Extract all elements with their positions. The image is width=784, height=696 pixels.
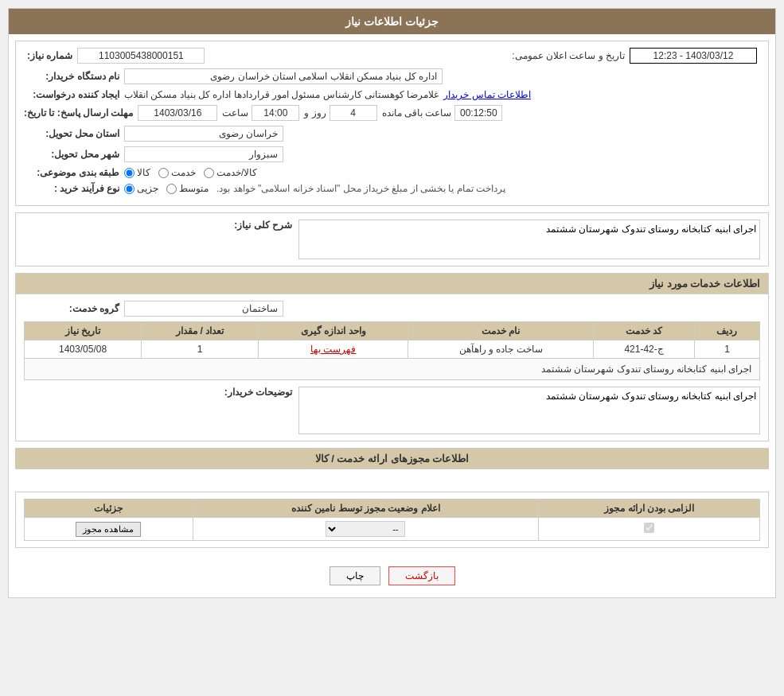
permits-col-required: الزامی بودن ارائه مجوز	[539, 500, 760, 518]
radio-both: کالا/خدمت	[204, 167, 257, 178]
services-body: ساختمان گروه خدمت: ردیف کد خدمت نام خدمت…	[16, 294, 768, 441]
permits-body: الزامی بودن ارائه مجوز اعلام وضعیت مجوز …	[16, 492, 768, 547]
permit-required-checkbox[interactable]	[644, 523, 654, 533]
service-group-value: ساختمان	[124, 301, 283, 317]
radio-service-input[interactable]	[158, 168, 169, 178]
need-number-label: شماره نیاز:	[27, 50, 72, 61]
requester-link[interactable]: اطلاعات تماس خریدار	[443, 89, 531, 100]
services-table-header: ردیف کد خدمت نام خدمت واحد اندازه گیری ت…	[25, 322, 760, 340]
main-container: جزئیات اطلاعات نیاز 1403/03/12 - 12:23 ت…	[8, 8, 776, 598]
purchase-type-row: پرداخت تمام یا بخشی از مبلغ خریداز محل "…	[24, 183, 760, 194]
radio-medium-label: متوسط	[179, 183, 209, 194]
general-info-body: 1403/03/12 - 12:23 تاریخ و ساعت اعلان عم…	[16, 41, 768, 205]
cell-need-date: 1403/05/08	[25, 340, 142, 359]
radio-medium: متوسط	[166, 183, 209, 194]
services-table: ردیف کد خدمت نام خدمت واحد اندازه گیری ت…	[24, 321, 760, 380]
buyer-desc-textarea[interactable]	[298, 387, 760, 434]
radio-both-input[interactable]	[204, 168, 214, 178]
permit-status-select[interactable]: --	[326, 521, 405, 537]
remaining-group: 00:12:50 ساعت باقی مانده	[382, 105, 503, 121]
classification-label: طبقه بندی موضوعی:	[24, 167, 119, 178]
permits-col-details: جزئیات	[25, 500, 193, 518]
radio-medium-input[interactable]	[166, 184, 177, 194]
cell-service-name: ساخت جاده و راهآهن	[408, 340, 594, 359]
deadline-label: مهلت ارسال پاسخ: تا تاریخ:	[24, 107, 133, 119]
bottom-buttons: بازگشت چاپ	[9, 554, 775, 597]
cell-quantity: 1	[142, 340, 259, 359]
table-desc-row: اجرای ابنیه کتابخانه روستای تندوک شهرستا…	[25, 359, 760, 380]
permits-section: الزامی بودن ارائه مجوز اعلام وضعیت مجوز …	[15, 492, 769, 548]
need-number-row: 1403/03/12 - 12:23 تاریخ و ساعت اعلان عم…	[24, 48, 760, 64]
time-group: 14:00 ساعت	[222, 105, 299, 121]
radio-kala-input[interactable]	[124, 168, 135, 178]
purchase-desc: پرداخت تمام یا بخشی از مبلغ خریداز محل "…	[216, 183, 505, 194]
purchase-type-label: نوع فرآیند خرید :	[24, 183, 119, 194]
requester-row: اطلاعات تماس خریدار غلامرضا کوهستانی کار…	[24, 89, 760, 100]
need-desc-label: شرح کلی نیاز:	[234, 220, 292, 231]
deadline-days-value: 4	[330, 105, 377, 121]
province-row: خراسان رضوی استان محل تحویل:	[24, 126, 760, 142]
radio-kala: کالا	[124, 167, 150, 178]
services-table-header-row: ردیف کد خدمت نام خدمت واحد اندازه گیری ت…	[25, 322, 760, 340]
radio-service-label: خدمت	[171, 167, 196, 178]
classification-radios: کالا/خدمت خدمت کالا	[124, 167, 257, 178]
days-group: 4 روز و	[304, 105, 376, 121]
announcement-datetime-label: تاریخ و ساعت اعلان عمومی:	[512, 50, 625, 61]
services-header: اطلاعات خدمات مورد نیاز	[16, 274, 768, 294]
permit-status-cell: --	[193, 518, 539, 541]
view-permit-button[interactable]: مشاهده مجوز	[76, 522, 141, 537]
service-group-row: ساختمان گروه خدمت:	[24, 301, 760, 317]
radio-partial-input[interactable]	[124, 184, 135, 194]
buyer-org-value: اداره کل بنیاد مسکن انقلاب اسلامی استان …	[124, 68, 443, 84]
announcement-datetime-value: 1403/03/12 - 12:23	[630, 48, 757, 64]
buyer-desc-label: توضیحات خریدار:	[224, 387, 292, 398]
delivery-province-value: خراسان رضوی	[124, 126, 283, 142]
deadline-remaining-label: ساعت باقی مانده	[382, 107, 452, 119]
purchase-type-radios: پرداخت تمام یا بخشی از مبلغ خریداز محل "…	[124, 183, 505, 194]
need-desc-section: شرح کلی نیاز: document.querySelector('[d…	[15, 212, 769, 266]
table-row: 1 ج-42-421 ساخت جاده و راهآهن فهرست بها …	[25, 340, 760, 359]
radio-partial-label: جزیی	[137, 183, 158, 194]
need-number-value: 1103005438000151	[77, 48, 205, 64]
service-group-label: گروه خدمت:	[24, 303, 119, 314]
radio-both-label: کالا/خدمت	[216, 167, 257, 178]
delivery-province-label: استان محل تحویل:	[24, 128, 119, 139]
need-desc-textarea[interactable]	[298, 220, 760, 259]
services-section: اطلاعات خدمات مورد نیاز ساختمان گروه خدم…	[15, 273, 769, 441]
permits-table-header: الزامی بودن ارائه مجوز اعلام وضعیت مجوز …	[25, 500, 760, 518]
requester-name: غلامرضا کوهستانی کارشناس مسئول امور قرار…	[124, 89, 439, 100]
permit-details-cell: مشاهده مجوز	[25, 518, 193, 541]
buyer-org-row: اداره کل بنیاد مسکن انقلاب اسلامی استان …	[24, 68, 760, 84]
permit-required-cell	[539, 518, 760, 541]
radio-partial: جزیی	[124, 183, 158, 194]
col-row-num: ردیف	[694, 322, 759, 340]
general-info-section: 1403/03/12 - 12:23 تاریخ و ساعت اعلان عم…	[15, 41, 769, 206]
classification-row: کالا/خدمت خدمت کالا طبقه بندی موضوعی:	[24, 167, 760, 178]
spacer	[9, 469, 775, 485]
permits-col-status: اعلام وضعیت مجوز توسط نامین کننده	[193, 500, 539, 518]
deadline-row: 00:12:50 ساعت باقی مانده 4 روز و 14:00 س…	[24, 105, 760, 121]
delivery-city-label: شهر محل تحویل:	[24, 149, 119, 160]
page-title: جزئیات اطلاعات نیاز	[9, 9, 775, 34]
unit-link[interactable]: فهرست بها	[310, 344, 356, 355]
col-service-name: نام خدمت	[408, 322, 594, 340]
buyer-org-label: نام دستگاه خریدار:	[24, 71, 119, 82]
permits-table: الزامی بودن ارائه مجوز اعلام وضعیت مجوز …	[24, 499, 760, 541]
col-service-code: کد خدمت	[594, 322, 695, 340]
print-button[interactable]: چاپ	[330, 566, 380, 585]
permit-row: -- مشاهده مجوز	[25, 518, 760, 541]
datetime-block: 1403/03/12 - 12:23 تاریخ و ساعت اعلان عم…	[512, 48, 757, 64]
radio-service: خدمت	[158, 167, 196, 178]
permits-table-body: -- مشاهده مجوز	[25, 518, 760, 541]
permits-section-divider: اطلاعات مجوزهای ارائه خدمت / کالا	[15, 448, 769, 469]
cell-row-num: 1	[694, 340, 759, 359]
services-table-body: 1 ج-42-421 ساخت جاده و راهآهن فهرست بها …	[25, 340, 760, 380]
back-button[interactable]: بازگشت	[388, 566, 455, 585]
deadline-days-label: روز و	[304, 107, 326, 119]
delivery-city-value: سبزوار	[124, 146, 283, 162]
buyer-desc-row: توضیحات خریدار:	[24, 387, 760, 434]
col-need-date: تاریخ نیاز	[25, 322, 142, 340]
city-row: سبزوار شهر محل تحویل:	[24, 146, 760, 162]
deadline-time-label: ساعت	[222, 107, 248, 119]
permits-header-row: الزامی بودن ارائه مجوز اعلام وضعیت مجوز …	[25, 500, 760, 518]
